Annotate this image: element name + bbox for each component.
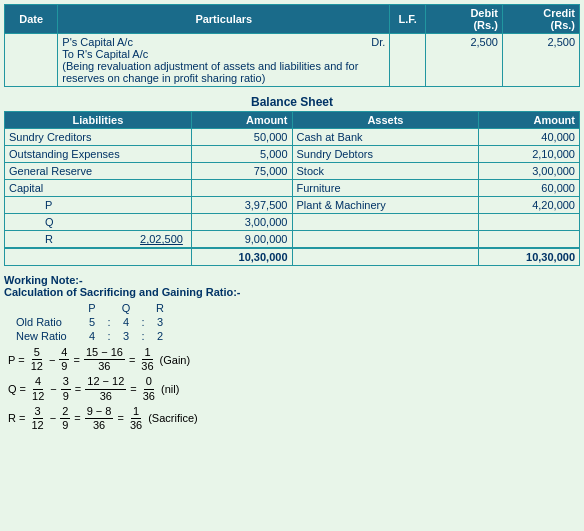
bs-asset-plant-amt: 4,20,000 xyxy=(479,197,580,214)
formula-q-eq2: = xyxy=(130,383,136,395)
bs-asset-plant: Plant & Machinery xyxy=(292,197,479,214)
bs-total-asset-label xyxy=(292,248,479,266)
formula-p-eq1: = xyxy=(73,354,79,366)
bs-row-4: Capital Furniture 60,000 xyxy=(5,180,580,197)
bs-asset-stock: Stock xyxy=(292,163,479,180)
bs-liab-general-amt: 75,000 xyxy=(191,163,292,180)
formula-q-note: (nil) xyxy=(161,383,179,395)
balance-sheet-title: Balance Sheet xyxy=(4,95,580,109)
old-ratio-r: 3 xyxy=(150,315,170,329)
ratio-q-header: Q xyxy=(116,301,136,315)
bs-liab-outstanding: Outstanding Expenses xyxy=(5,146,192,163)
journal-table: Date Particulars L.F. Debit(Rs.) Credit(… xyxy=(4,4,580,87)
fraction-q-old-num: 412 xyxy=(30,375,46,402)
working-title: Working Note:- xyxy=(4,274,580,286)
ratio-sep1 xyxy=(102,301,116,315)
bs-liab-sundry: Sundry Creditors xyxy=(5,129,192,146)
bs-header-liabilities: Liabilities xyxy=(5,112,192,129)
fraction-r-old-num: 312 xyxy=(29,405,45,432)
journal-header-particulars: Particulars xyxy=(58,5,390,34)
new-ratio-label: New Ratio xyxy=(12,329,82,343)
formula-p-minus: − xyxy=(49,354,55,366)
bs-asset-debtors: Sundry Debtors xyxy=(292,146,479,163)
new-ratio-q: 3 xyxy=(116,329,136,343)
formula-r-minus: − xyxy=(50,412,56,424)
ratio-r-header: R xyxy=(150,301,170,315)
ratio-p-header: P xyxy=(82,301,102,315)
bs-asset-empty2 xyxy=(292,231,479,249)
bs-row-7: R 2,02,500 9,00,000 xyxy=(5,231,580,249)
journal-lf xyxy=(390,34,426,87)
journal-header-credit: Credit(Rs.) xyxy=(502,5,579,34)
old-ratio-row: Old Ratio 5 : 4 : 3 xyxy=(12,315,170,329)
formula-q: Q = 412 − 39 = 12 − 1236 = 036 (nil) xyxy=(4,375,580,402)
journal-particulars-line3: (Being revaluation adjustment of assets … xyxy=(62,60,358,84)
bs-asset-cash: Cash at Bank xyxy=(292,129,479,146)
formula-p-eq2: = xyxy=(129,354,135,366)
bs-asset-furniture: Furniture xyxy=(292,180,479,197)
bs-liab-p-sub: 3,97,500 xyxy=(191,197,292,214)
fraction-r-new-num: 29 xyxy=(60,405,70,432)
working-notes: Working Note:- Calculation of Sacrificin… xyxy=(4,274,580,432)
fraction-p-mid-num: 15 − 1636 xyxy=(84,346,125,373)
formula-p: P = 512 − 49 = 15 − 1636 = 136 (Gain) xyxy=(4,346,580,373)
bs-liab-r: R 2,02,500 xyxy=(5,231,192,249)
bs-asset-empty2-amt xyxy=(479,231,580,249)
balance-sheet-table: Liabilities Amount Assets Amount Sundry … xyxy=(4,111,580,266)
formula-r-eq1: = xyxy=(74,412,80,424)
formula-q-minus: − xyxy=(50,383,56,395)
bs-asset-empty1-amt xyxy=(479,214,580,231)
new-ratio-r: 2 xyxy=(150,329,170,343)
bs-liab-outstanding-amt: 5,000 xyxy=(191,146,292,163)
bs-total-liab: 10,30,000 xyxy=(191,248,292,266)
journal-header-lf: L.F. xyxy=(390,5,426,34)
journal-row: P's Capital A/c Dr. To R's Capital A/c (… xyxy=(5,34,580,87)
fraction-p-old-num: 512 xyxy=(29,346,45,373)
formula-r-note: (Sacrifice) xyxy=(148,412,198,424)
journal-dr-label: Dr. xyxy=(371,36,385,48)
bs-liab-r-sub: 2,02,500 xyxy=(140,233,183,245)
bs-liab-capital-amt xyxy=(191,180,292,197)
bs-liab-p: P xyxy=(5,197,192,214)
formula-q-var: Q = xyxy=(8,383,26,395)
fraction-p-new-num: 49 xyxy=(59,346,69,373)
formula-r-eq2: = xyxy=(117,412,123,424)
bs-asset-empty1 xyxy=(292,214,479,231)
formula-q-eq1: = xyxy=(75,383,81,395)
fraction-q-new-num: 39 xyxy=(61,375,71,402)
formula-p-note: (Gain) xyxy=(160,354,191,366)
bs-row-6: Q 3,00,000 xyxy=(5,214,580,231)
journal-header-debit: Debit(Rs.) xyxy=(425,5,502,34)
bs-liab-sundry-amt: 50,000 xyxy=(191,129,292,146)
old-ratio-p: 5 xyxy=(82,315,102,329)
bs-asset-furniture-amt: 60,000 xyxy=(479,180,580,197)
new-ratio-sep1: : xyxy=(102,329,116,343)
bs-liab-q: Q xyxy=(5,214,192,231)
journal-header-date: Date xyxy=(5,5,58,34)
fraction-r-mid-num: 9 − 836 xyxy=(85,405,114,432)
formula-r-var: R = xyxy=(8,412,25,424)
journal-particulars-line2: To R's Capital A/c xyxy=(62,48,148,60)
new-ratio-p: 4 xyxy=(82,329,102,343)
formula-p-var: P = xyxy=(8,354,25,366)
new-ratio-sep2: : xyxy=(136,329,150,343)
journal-date xyxy=(5,34,58,87)
bs-liab-general: General Reserve xyxy=(5,163,192,180)
ratio-empty xyxy=(12,301,82,315)
fraction-r-result-num: 136 xyxy=(128,405,144,432)
bs-row-5: P 3,97,500 Plant & Machinery 4,20,000 xyxy=(5,197,580,214)
ratio-sep2 xyxy=(136,301,150,315)
bs-asset-stock-amt: 3,00,000 xyxy=(479,163,580,180)
journal-credit: 2,500 xyxy=(502,34,579,87)
journal-particulars-line1: P's Capital A/c xyxy=(62,36,133,48)
bs-asset-cash-amt: 40,000 xyxy=(479,129,580,146)
bs-header-assets: Assets xyxy=(292,112,479,129)
bs-header-liab-amount: Amount xyxy=(191,112,292,129)
bs-total-row: 10,30,000 10,30,000 xyxy=(5,248,580,266)
journal-debit: 2,500 xyxy=(425,34,502,87)
fraction-q-mid-num: 12 − 1236 xyxy=(85,375,126,402)
old-ratio-sep2: : xyxy=(136,315,150,329)
formula-r: R = 312 − 29 = 9 − 836 = 136 (Sacrifice) xyxy=(4,405,580,432)
bs-liab-capital: Capital xyxy=(5,180,192,197)
bs-asset-debtors-amt: 2,10,000 xyxy=(479,146,580,163)
